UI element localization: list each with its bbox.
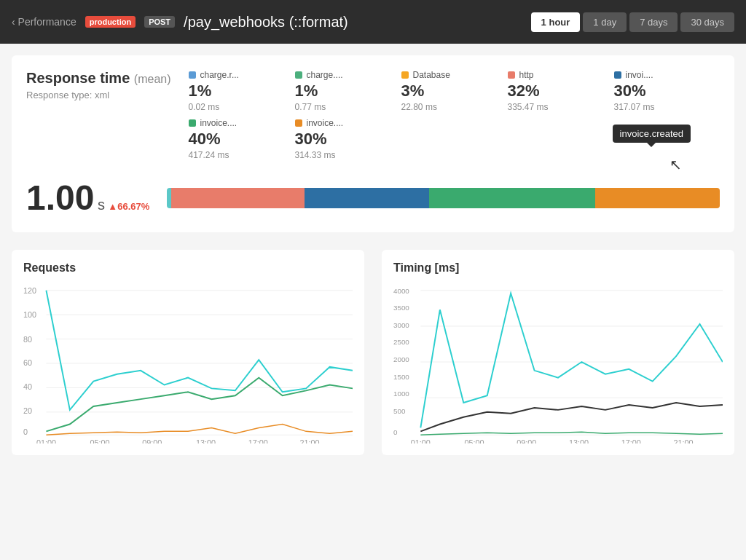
legend-item-4: invoi.... 30% 317.07 ms	[614, 70, 709, 112]
change-indicator: ▲66.67%	[108, 201, 149, 212]
cursor-icon: ↖	[670, 156, 682, 173]
legend-ms-0: 0.02 ms	[189, 102, 283, 112]
response-title-block: Response time (mean) Response type: xml	[26, 70, 171, 100]
response-bottom: 1.00 s ▲66.67%	[26, 178, 720, 218]
legend-pct-6: 30%	[295, 130, 390, 149]
legend-item-1: charge.... 1% 0.77 ms	[295, 70, 390, 112]
svg-text:09:00: 09:00	[142, 438, 162, 443]
svg-text:17:00: 17:00	[248, 438, 268, 443]
legend-color-1	[295, 71, 302, 79]
svg-text:21:00: 21:00	[673, 438, 693, 443]
route-title: /pay_webhooks (::format)	[184, 14, 348, 31]
breakdown-bar	[167, 188, 720, 208]
legend-label-1: charge....	[307, 70, 343, 80]
svg-text:2000: 2000	[393, 355, 409, 363]
svg-text:0: 0	[393, 428, 398, 436]
svg-text:60: 60	[23, 358, 32, 367]
time-btn-7days[interactable]: 7 days	[629, 12, 678, 32]
svg-text:3000: 3000	[393, 321, 409, 329]
svg-text:20: 20	[23, 406, 32, 415]
svg-text:01:00: 01:00	[36, 438, 56, 443]
svg-text:500: 500	[393, 407, 406, 415]
legend-color-5	[189, 119, 196, 127]
legend-pct-3: 32%	[508, 82, 602, 100]
legend-item-0: charge.r... 1% 0.02 ms	[189, 70, 283, 112]
legend-ms-2: 22.80 ms	[401, 102, 496, 112]
legend-ms-3: 335.47 ms	[508, 102, 602, 112]
requests-chart-card: Requests 120 100 80 60 40 20 0	[12, 250, 364, 455]
timing-chart-area: 4000 3500 3000 2500 2000 1500 1000 500 0	[393, 283, 723, 443]
legend-label-2: Database	[413, 70, 450, 80]
legend-pct-4: 30%	[614, 82, 709, 100]
legend-pct-0: 1%	[189, 82, 283, 100]
legend-label-5: invoice....	[200, 118, 237, 128]
legend-color-2	[401, 71, 409, 79]
big-time: 1.00	[26, 178, 94, 217]
svg-text:17:00: 17:00	[621, 438, 641, 443]
legend-item-6: invoice.... 30% 314.33 ms	[295, 118, 390, 160]
big-value-block: 1.00 s ▲66.67%	[26, 178, 149, 218]
svg-text:13:00: 13:00	[196, 438, 216, 443]
svg-text:21:00: 21:00	[300, 438, 320, 443]
svg-text:13:00: 13:00	[569, 438, 589, 443]
svg-text:1000: 1000	[393, 390, 409, 398]
svg-text:2500: 2500	[393, 338, 409, 346]
time-btn-1day[interactable]: 1 day	[583, 12, 627, 32]
svg-text:40: 40	[23, 382, 32, 391]
legend-label-4: invoi....	[626, 70, 653, 80]
legend-ms-6: 314.33 ms	[295, 150, 390, 160]
bar-seg-1	[171, 188, 305, 208]
big-unit: s	[98, 197, 105, 213]
top-bar: ‹ Performance production POST /pay_webho…	[0, 0, 746, 44]
time-btn-30days[interactable]: 30 days	[680, 12, 734, 32]
svg-text:100: 100	[23, 310, 36, 319]
charts-row: Requests 120 100 80 60 40 20 0	[12, 250, 734, 455]
svg-text:4000: 4000	[393, 287, 409, 295]
svg-text:120: 120	[23, 286, 36, 295]
bar-seg-2	[305, 188, 429, 208]
legend-label-6: invoice....	[307, 118, 344, 128]
legend-item-5: invoice.... 40% 417.24 ms	[189, 118, 283, 160]
legend-item-2: Database 3% 22.80 ms	[401, 70, 496, 112]
env-badge: production	[85, 16, 136, 28]
response-type: Response type: xml	[26, 90, 171, 100]
svg-text:1500: 1500	[393, 373, 409, 381]
timing-chart-card: Timing [ms] 4000 3500 3000 2500 2000 150…	[382, 250, 734, 455]
response-card: invoice.created ↖ Response time (mean) R…	[12, 55, 734, 232]
method-badge: POST	[144, 16, 175, 28]
time-btn-1hour[interactable]: 1 hour	[531, 12, 581, 32]
timing-chart-title: Timing [ms]	[393, 261, 723, 275]
response-header: Response time (mean) Response type: xml …	[26, 70, 720, 160]
svg-text:01:00: 01:00	[411, 438, 431, 443]
svg-text:3500: 3500	[393, 304, 409, 312]
legend-ms-1: 0.77 ms	[295, 102, 390, 112]
requests-svg: 120 100 80 60 40 20 0	[23, 283, 353, 443]
svg-text:80: 80	[23, 335, 32, 344]
legend-label-3: http	[519, 70, 534, 80]
legend-item-3: http 32% 335.47 ms	[508, 70, 602, 112]
svg-text:0: 0	[23, 427, 28, 436]
legend-label-0: charge.r...	[200, 70, 239, 80]
requests-chart-area: 120 100 80 60 40 20 0	[23, 283, 353, 443]
legend-color-0	[189, 71, 196, 79]
svg-text:05:00: 05:00	[465, 438, 484, 443]
back-link[interactable]: ‹ Performance	[12, 16, 76, 28]
legend-ms-4: 317.07 ms	[614, 102, 709, 112]
legend-pct-5: 40%	[189, 130, 283, 149]
requests-chart-title: Requests	[23, 261, 353, 275]
bar-seg-3	[429, 188, 595, 208]
svg-text:05:00: 05:00	[90, 438, 110, 443]
legend-pct-1: 1%	[295, 82, 390, 100]
timing-svg: 4000 3500 3000 2500 2000 1500 1000 500 0	[393, 283, 723, 443]
legend-color-6	[295, 119, 302, 127]
legend-pct-2: 3%	[401, 82, 496, 100]
legend-color-4	[614, 71, 621, 79]
legend-ms-5: 417.24 ms	[189, 150, 283, 160]
response-title: Response time (mean)	[26, 70, 171, 87]
bar-seg-4	[595, 188, 720, 208]
time-selector: 1 hour 1 day 7 days 30 days	[531, 12, 734, 32]
svg-text:09:00: 09:00	[517, 438, 536, 443]
main-content: invoice.created ↖ Response time (mean) R…	[0, 44, 746, 467]
legend-color-3	[508, 71, 515, 79]
legend-grid: charge.r... 1% 0.02 ms charge.... 1% 0.7…	[189, 70, 720, 160]
